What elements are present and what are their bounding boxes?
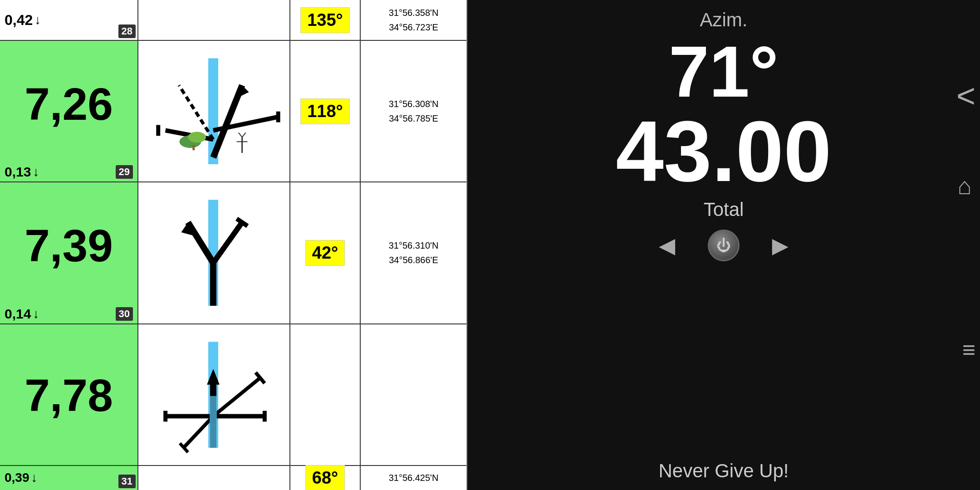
svg-line-13 <box>239 132 242 137</box>
bearing-cell-2 <box>290 324 361 465</box>
diagram-cell-2 <box>138 324 290 465</box>
coords-text-1: 31°56.310'N34°56.866'E <box>389 238 439 267</box>
sub-down-arrow-1: ↓ <box>33 307 39 321</box>
coords-cell-0: 31°56.308'N34°56.785'E <box>361 41 466 181</box>
header-row-num: 28 <box>118 24 136 38</box>
table-row: 7,78 <box>0 324 466 465</box>
partial-bearing-cell: 68° <box>290 466 361 490</box>
partial-down-arrow: ↓ <box>31 470 38 485</box>
header-down-arrow: ↓ <box>34 13 41 27</box>
nav-arrow-left[interactable]: ◄ <box>654 230 681 261</box>
partial-row-num: 31 <box>118 475 136 488</box>
header-distance-value: 0,42 ↓ <box>5 12 41 29</box>
nav-arrow-right[interactable]: ► <box>767 230 794 261</box>
sub-row-num-1: 30 <box>116 307 133 321</box>
sub-dist-row-1: 0,14 ↓ 30 <box>0 304 137 323</box>
partial-diagram-cell <box>138 466 290 490</box>
header-dist-text: 0,42 <box>5 12 33 29</box>
table-row: 7,26 0,13 ↓ 29 <box>0 41 466 182</box>
bearing-badge-0: 118° <box>300 98 350 124</box>
diagram-cell-0 <box>138 41 290 181</box>
nav-controls: ◄ ► <box>467 230 980 261</box>
bearing-badge-1: 42° <box>305 240 345 266</box>
partial-dist-cell: 0,39 ↓ 31 <box>0 466 138 490</box>
header-coords-cell: 31°56.358'N34°56.723'E <box>361 0 466 40</box>
back-arrow[interactable]: < <box>956 77 975 114</box>
big-number-2: 7,78 <box>0 324 137 461</box>
azim-label: Azim. <box>467 0 980 31</box>
svg-point-9 <box>188 132 206 142</box>
bearing-cell-1: 42° <box>290 182 361 323</box>
partial-row: 0,39 ↓ 31 68° 31°56.425'N <box>0 465 466 490</box>
coords-cell-1: 31°56.310'N34°56.866'E <box>361 182 466 323</box>
sub-dist-0: 0,13 <box>5 164 31 180</box>
sub-dist-row-2 <box>0 461 137 465</box>
power-button[interactable] <box>708 230 740 261</box>
svg-line-5 <box>179 85 213 139</box>
big-number-1: 7,39 <box>0 182 137 304</box>
distance-value: 43.00 <box>467 108 980 194</box>
header-bearing-cell: 135° <box>290 0 361 40</box>
coords-cell-2 <box>361 324 466 465</box>
azim-value: 71° <box>467 31 980 108</box>
right-panel: Azim. 71° 43.00 Total ◄ ► < ⌂ ≡ Never Gi… <box>467 0 980 490</box>
home-icon[interactable]: ⌂ <box>958 172 972 200</box>
total-label: Total <box>467 199 980 220</box>
sub-down-arrow-0: ↓ <box>33 165 39 179</box>
partial-coords-cell: 31°56.425'N <box>361 466 466 490</box>
dist-big-cell-2: 7,78 <box>0 324 138 465</box>
dist-big-cell: 7,26 0,13 ↓ 29 <box>0 41 138 181</box>
partial-dist-text: 0,39 <box>5 470 29 485</box>
table-row: 7,39 0,14 ↓ 30 <box>0 182 466 324</box>
svg-rect-10 <box>192 145 195 150</box>
diagram-cell-1 <box>138 182 290 323</box>
menu-icon[interactable]: ≡ <box>962 337 975 363</box>
partial-coords-text: 31°56.425'N <box>389 470 439 485</box>
header-diagram-cell <box>138 0 290 40</box>
header-bearing-badge: 135° <box>300 7 350 33</box>
dist-big-cell-1: 7,39 0,14 ↓ 30 <box>0 182 138 323</box>
svg-line-27 <box>213 378 260 416</box>
sub-row-num-0: 29 <box>116 165 133 179</box>
svg-line-4 <box>213 117 278 131</box>
nav-table: 0,42 ↓ 28 135° 31°56.358'N34°56.723'E 7,… <box>0 0 467 490</box>
never-give-up-text: Never Give Up! <box>467 460 980 482</box>
big-number-0: 7,26 <box>0 41 137 162</box>
coords-text-0: 31°56.308'N34°56.785'E <box>389 97 439 126</box>
partial-bearing-badge: 68° <box>305 465 345 490</box>
header-row: 0,42 ↓ 28 135° 31°56.358'N34°56.723'E <box>0 0 466 41</box>
sub-dist-row-0: 0,13 ↓ 29 <box>0 162 137 181</box>
header-distance-cell: 0,42 ↓ 28 <box>0 0 138 40</box>
header-coords-text: 31°56.358'N34°56.723'E <box>389 5 439 34</box>
bearing-cell-0: 118° <box>290 41 361 181</box>
sub-dist-1: 0,14 <box>5 306 31 322</box>
svg-line-14 <box>242 132 246 137</box>
